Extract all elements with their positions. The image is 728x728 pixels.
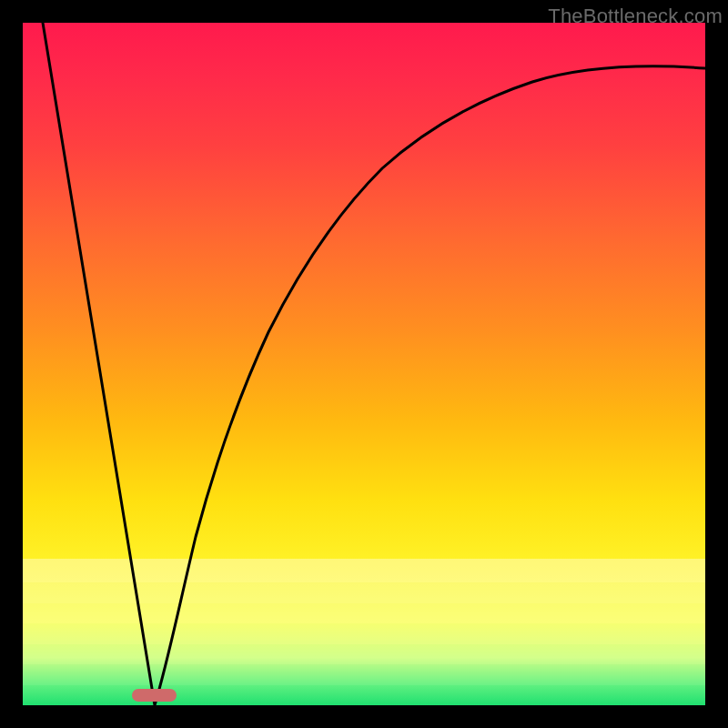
chart-frame: TheBottleneck.com	[0, 0, 728, 728]
plot-area	[23, 23, 705, 705]
curve-layer	[23, 23, 705, 705]
curve-path	[43, 23, 705, 705]
watermark-text: TheBottleneck.com	[548, 5, 723, 28]
bottom-marker	[132, 689, 177, 702]
